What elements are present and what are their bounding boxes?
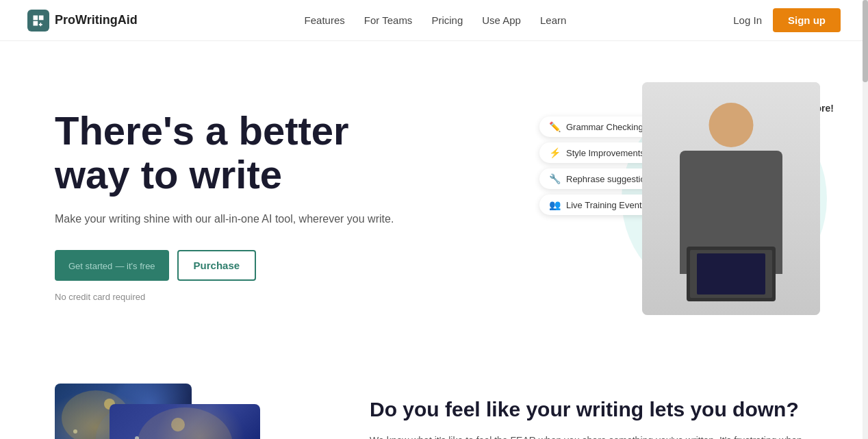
login-link[interactable]: Log In	[733, 14, 762, 26]
style-icon: ⚡	[549, 147, 561, 158]
image-stack: My idea in my head	[55, 384, 301, 439]
grammar-icon: ✏️	[549, 121, 561, 132]
navbar: ProWritingAid Features For Teams Pricing…	[0, 0, 868, 41]
nav-links: Features For Teams Pricing Use App Learn	[305, 14, 567, 26]
hero-buttons: Get started — it's free Purchase	[55, 250, 394, 281]
person-head	[709, 103, 754, 147]
hero-section: There's a better way to write Make your …	[0, 41, 868, 356]
laptop-screen-inner	[697, 253, 765, 294]
svg-point-10	[135, 436, 139, 439]
starry-svg-2	[110, 404, 260, 439]
nav-use-app[interactable]: Use App	[482, 14, 521, 26]
logo-link[interactable]: ProWritingAid	[27, 10, 138, 32]
hero-content: There's a better way to write Make your …	[55, 109, 394, 301]
scrollbar-track[interactable]	[863, 0, 868, 439]
laptop	[687, 247, 776, 301]
purchase-button[interactable]: Purchase	[177, 250, 257, 281]
nav-features[interactable]: Features	[305, 14, 345, 26]
svg-point-5	[73, 429, 77, 434]
training-icon: 👥	[549, 199, 561, 210]
brand-name: ProWritingAid	[55, 13, 138, 27]
laptop-screen	[690, 250, 772, 298]
svg-point-8	[171, 418, 185, 431]
image-front	[110, 404, 260, 439]
scrollbar-thumb[interactable]	[863, 0, 868, 82]
hero-person-image	[642, 82, 820, 315]
nav-pricing[interactable]: Pricing	[431, 14, 463, 26]
section2-body: We know what it's like to feel the FEAR …	[370, 433, 813, 439]
logo-svg	[31, 14, 45, 27]
hero-note: No credit card required	[55, 292, 394, 302]
starry-night-2	[110, 404, 260, 439]
person-placeholder	[642, 82, 820, 315]
nav-learn[interactable]: Learn	[540, 14, 566, 26]
logo-icon	[27, 10, 49, 32]
hero-title: There's a better way to write	[55, 109, 394, 197]
section2-images: My idea in my head	[55, 384, 329, 439]
nav-actions: Log In Sign up	[733, 8, 841, 32]
rephrase-icon: 🔧	[549, 173, 561, 184]
hero-subtitle: Make your writing shine with our all-in-…	[55, 210, 394, 228]
section2-title: Do you feel like your writing lets you d…	[370, 397, 813, 422]
signup-button[interactable]: Sign up	[773, 8, 841, 32]
svg-point-6	[137, 407, 233, 439]
get-started-button[interactable]: Get started — it's free	[55, 250, 169, 281]
section2: My idea in my head Do you feel like your…	[0, 356, 868, 439]
hero-illustration: ✏️ Grammar Checking ⚡ Style Improvements…	[553, 82, 841, 329]
section2-text: Do you feel like your writing lets you d…	[370, 384, 813, 439]
nav-for-teams[interactable]: For Teams	[364, 14, 413, 26]
